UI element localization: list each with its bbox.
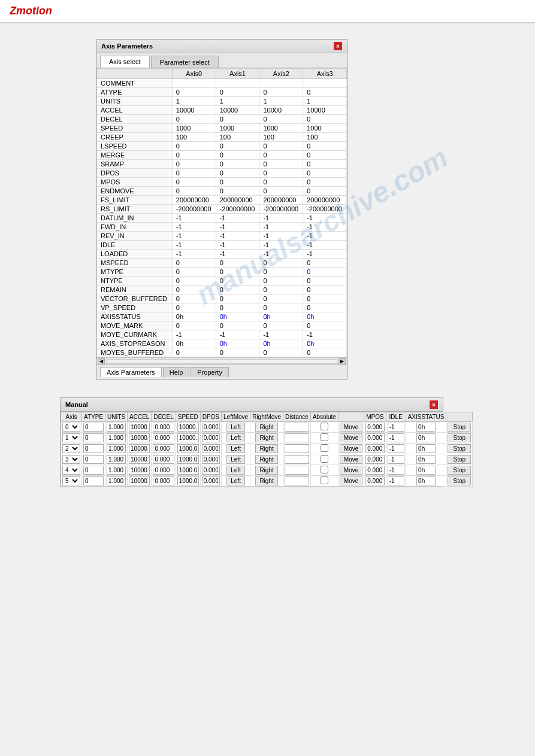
atype-input[interactable] [83, 476, 104, 485]
distance-input[interactable] [285, 444, 309, 453]
stop-button[interactable]: Stop [448, 476, 471, 485]
dpos-input[interactable] [202, 444, 220, 453]
mpos-input[interactable] [365, 476, 384, 485]
dpos-input[interactable] [202, 455, 220, 464]
stop-button[interactable]: Stop [448, 455, 471, 464]
mpos-input[interactable] [365, 455, 384, 464]
bottom-tab-property[interactable]: Property [191, 367, 229, 377]
axis-select[interactable]: 20134567 [62, 444, 80, 453]
move-button[interactable]: Move [340, 444, 362, 453]
hscroll-bar[interactable]: ◀ ▶ [96, 357, 347, 365]
left-move-button[interactable]: Left [226, 444, 245, 453]
axis-params-close-button[interactable]: × [334, 42, 342, 50]
dpos-input[interactable] [202, 423, 220, 432]
decel-input[interactable] [153, 455, 174, 464]
mpos-input[interactable] [365, 466, 384, 475]
manual-close-button[interactable]: × [430, 400, 438, 409]
units-input[interactable] [107, 423, 126, 432]
move-button[interactable]: Move [340, 423, 362, 432]
decel-input[interactable] [153, 476, 174, 485]
absolute-checkbox[interactable] [321, 433, 328, 441]
distance-input[interactable] [285, 455, 309, 464]
absolute-checkbox[interactable] [321, 476, 328, 484]
atype-input[interactable] [83, 466, 104, 475]
bottom-tab-help[interactable]: Help [163, 367, 190, 377]
axisstatus-input[interactable] [416, 433, 436, 442]
accel-input[interactable] [129, 444, 150, 453]
right-move-button[interactable]: Right [255, 433, 277, 442]
move-button[interactable]: Move [340, 466, 362, 475]
dpos-input[interactable] [202, 466, 220, 475]
axisstatus-input[interactable] [416, 476, 436, 485]
speed-input[interactable] [177, 455, 199, 464]
bottom-tab-axis-params[interactable]: Axis Parameters [100, 367, 162, 377]
atype-input[interactable] [83, 455, 104, 464]
speed-input[interactable] [177, 423, 199, 432]
params-table-scroll[interactable]: Axis0 Axis1 Axis2 Axis3 COMMENTATYPE0000… [96, 68, 347, 357]
decel-input[interactable] [153, 423, 174, 432]
axisstatus-input[interactable] [416, 455, 436, 464]
dpos-input[interactable] [202, 433, 220, 442]
idle-input[interactable] [388, 455, 404, 464]
axis-select[interactable]: 10234567 [62, 433, 80, 442]
distance-input[interactable] [285, 433, 309, 442]
stop-button[interactable]: Stop [448, 444, 471, 453]
distance-input[interactable] [285, 423, 309, 432]
decel-input[interactable] [153, 444, 174, 453]
units-input[interactable] [107, 455, 126, 464]
atype-input[interactable] [83, 423, 104, 432]
tab-axis-select[interactable]: Axis select [100, 56, 150, 68]
decel-input[interactable] [153, 433, 174, 442]
decel-input[interactable] [153, 466, 174, 475]
speed-input[interactable] [177, 466, 199, 475]
axis-select[interactable]: 50123467 [62, 476, 80, 485]
accel-input[interactable] [129, 466, 150, 475]
absolute-checkbox[interactable] [321, 423, 328, 430]
stop-button[interactable]: Stop [448, 466, 471, 475]
right-move-button[interactable]: Right [255, 455, 277, 464]
axis-select[interactable]: 40123567 [62, 466, 80, 475]
stop-button[interactable]: Stop [448, 423, 471, 432]
move-button[interactable]: Move [340, 455, 362, 464]
speed-input[interactable] [177, 476, 199, 485]
right-move-button[interactable]: Right [255, 423, 277, 432]
speed-input[interactable] [177, 433, 199, 442]
right-move-button[interactable]: Right [255, 444, 277, 453]
atype-input[interactable] [83, 444, 104, 453]
mpos-input[interactable] [365, 444, 384, 453]
idle-input[interactable] [388, 444, 404, 453]
units-input[interactable] [107, 444, 126, 453]
axis-select[interactable]: 01234567 [62, 423, 80, 432]
mpos-input[interactable] [365, 423, 384, 432]
absolute-checkbox[interactable] [321, 444, 328, 452]
accel-input[interactable] [129, 455, 150, 464]
axis-select[interactable]: 30124567 [62, 455, 80, 464]
left-move-button[interactable]: Left [226, 423, 245, 432]
left-move-button[interactable]: Left [226, 476, 245, 485]
distance-input[interactable] [285, 466, 309, 475]
distance-input[interactable] [285, 476, 309, 485]
axisstatus-input[interactable] [416, 466, 436, 475]
tab-parameter-select[interactable]: Parameter select [151, 56, 219, 68]
atype-input[interactable] [83, 433, 104, 442]
units-input[interactable] [107, 433, 126, 442]
hscroll-right-arrow[interactable]: ▶ [338, 358, 346, 365]
right-move-button[interactable]: Right [255, 476, 277, 485]
accel-input[interactable] [129, 423, 150, 432]
idle-input[interactable] [388, 476, 404, 485]
stop-button[interactable]: Stop [448, 433, 471, 442]
absolute-checkbox[interactable] [321, 455, 328, 463]
right-move-button[interactable]: Right [255, 466, 277, 475]
units-input[interactable] [107, 466, 126, 475]
hscroll-left-arrow[interactable]: ◀ [98, 358, 105, 365]
move-button[interactable]: Move [340, 476, 362, 485]
idle-input[interactable] [388, 466, 404, 475]
idle-input[interactable] [388, 433, 404, 442]
left-move-button[interactable]: Left [226, 455, 245, 464]
hscroll-track[interactable] [106, 359, 337, 364]
mpos-input[interactable] [365, 433, 384, 442]
move-button[interactable]: Move [340, 433, 362, 442]
idle-input[interactable] [388, 423, 404, 432]
left-move-button[interactable]: Left [226, 466, 245, 475]
axisstatus-input[interactable] [416, 423, 436, 432]
